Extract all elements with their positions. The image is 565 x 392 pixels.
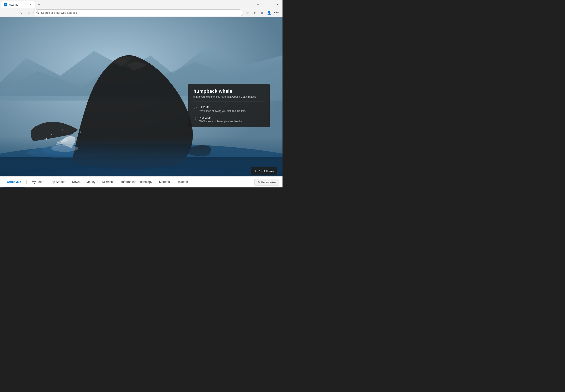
svg-point-11	[57, 141, 59, 143]
svg-point-8	[46, 138, 47, 140]
personalize-icon: ✎	[258, 181, 260, 184]
dislike-option-desc: We'll show you fewer pictures like this.	[199, 120, 243, 123]
address-text: Search or enter web address	[41, 11, 238, 14]
like-option-desc: We'll keep showing you pictures like thi…	[199, 110, 246, 112]
forward-button[interactable]: →	[10, 9, 17, 16]
like-option-title: I like it!	[199, 105, 246, 109]
nav-item-money[interactable]: Money	[83, 177, 99, 187]
personalize-button[interactable]: ✎ Personalize	[254, 179, 279, 186]
more-settings-button[interactable]: •••	[273, 9, 280, 16]
nav-item-news[interactable]: News	[69, 177, 83, 187]
bottom-navigation: Office 365 My Feed Top Stories News Mone…	[0, 176, 282, 187]
popup-title: humpback whale	[193, 88, 264, 94]
dislike-option-title: Not a fan.	[199, 116, 243, 119]
nav-item-office365[interactable]: Office 365	[3, 177, 25, 187]
popup-divider	[193, 102, 264, 102]
nav-item-microsoft[interactable]: Microsoft	[99, 177, 118, 187]
nav-item-it[interactable]: Information Technology	[118, 177, 156, 187]
svg-point-10	[62, 129, 63, 130]
like-option[interactable]: ♡ I like it! We'll keep showing you pict…	[193, 105, 264, 112]
nav-item-myfeed[interactable]: My Feed	[28, 177, 47, 187]
home-button[interactable]: ⌂	[26, 9, 33, 16]
nav-item-topstories[interactable]: Top Stories	[47, 177, 69, 187]
nav-right-buttons: ☆ ★ ⧉ 👤 •••	[244, 9, 280, 16]
like-option-text: I like it! We'll keep showing you pictur…	[199, 105, 246, 112]
svg-point-12	[80, 131, 81, 133]
new-tab-button[interactable]: +	[36, 1, 42, 8]
profile-button[interactable]: 👤	[266, 9, 273, 16]
collections-button[interactable]: ⧉	[259, 9, 265, 16]
exit-fullview-icon: ↗	[254, 169, 257, 173]
personalize-label: Personalize	[261, 181, 276, 184]
nav-item-markets[interactable]: Markets	[156, 177, 173, 187]
svg-point-7	[51, 145, 78, 152]
browser-tab[interactable]: E New tab ✕	[1, 1, 35, 8]
popup-subtitle: share your experiences / Moment Open / G…	[193, 95, 264, 98]
tab-favicon: E	[4, 3, 7, 6]
svg-point-9	[51, 134, 52, 135]
tab-label: New tab	[9, 3, 27, 6]
navigation-bar: ← → ↻ ⌂ 🔍 Search or enter web address ☆ …	[0, 8, 282, 17]
cursor	[240, 11, 240, 14]
nav-item-linkedin[interactable]: LinkedIn	[173, 177, 192, 187]
search-icon: 🔍	[36, 11, 39, 14]
exit-fullview-button[interactable]: ↗ Exit full view	[251, 167, 277, 175]
nav-divider	[26, 180, 27, 184]
reload-button[interactable]: ↻	[18, 9, 25, 16]
favorites-button[interactable]: ★	[251, 9, 258, 16]
dislike-option[interactable]: ♡ Not a fan. We'll show you fewer pictur…	[193, 116, 264, 123]
address-bar[interactable]: 🔍 Search or enter web address	[33, 9, 243, 16]
main-content: humpback whale share your experiences / …	[0, 17, 282, 187]
minimize-button[interactable]: —	[253, 0, 263, 9]
dislike-heart-icon: ♡	[193, 116, 197, 121]
info-popup: humpback whale share your experiences / …	[188, 84, 270, 127]
back-button[interactable]: ←	[2, 9, 9, 16]
dislike-option-text: Not a fan. We'll show you fewer pictures…	[199, 116, 243, 123]
add-to-favorites-button[interactable]: ☆	[244, 9, 251, 16]
like-heart-icon: ♡	[193, 106, 197, 111]
exit-fullview-label: Exit full view	[259, 170, 274, 173]
close-button[interactable]: ✕	[273, 0, 282, 9]
maximize-button[interactable]: □	[263, 0, 273, 9]
tab-close-button[interactable]: ✕	[29, 3, 32, 6]
